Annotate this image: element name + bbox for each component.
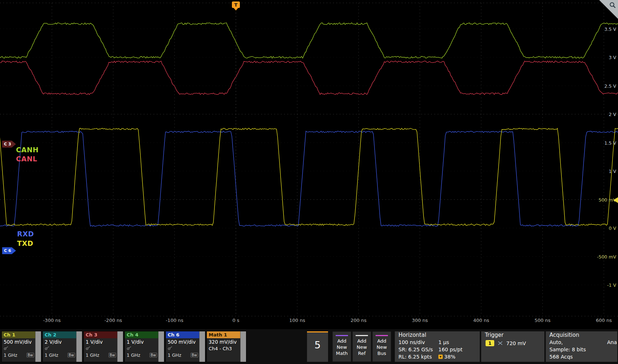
trace-rxd — [0, 131, 618, 226]
button-label: Ref — [358, 351, 365, 356]
channel-badge-ch3[interactable]: Ch 3 1 V/div 1 GHz Bw — [83, 331, 123, 362]
waveform-count-box[interactable]: 5 — [307, 331, 328, 362]
acquisition-clipped-text: Ana — [607, 339, 617, 346]
acquisition-sample: Sample: 8 bits — [549, 347, 586, 352]
badge-grip[interactable] — [117, 331, 123, 362]
channel-badge-ch6[interactable]: Ch 6 500 mV/div 1 GHz Bw — [165, 331, 205, 362]
bandwidth-limit-icon: Bw — [109, 353, 116, 357]
y-tick-label: 1 V — [609, 169, 616, 174]
channel-bandwidth: 1 GHz — [127, 352, 140, 358]
accent-line — [307, 331, 328, 332]
y-tick-label: -1 V — [607, 282, 616, 288]
horizontal-window: 1 µs — [438, 339, 449, 346]
x-tick-label: 600 ns — [596, 318, 612, 323]
horizontal-title: Horizontal — [395, 331, 480, 339]
button-label: New — [337, 344, 347, 350]
x-tick-label: -100 ns — [166, 318, 184, 323]
badge-grip[interactable] — [199, 331, 205, 362]
add-new-math-button[interactable]: Add New Math — [332, 331, 351, 362]
horizontal-scale: 100 ns/div — [398, 339, 425, 345]
acquisition-count: 568 Acqs — [549, 354, 573, 360]
waveform-canvas — [0, 0, 618, 329]
accent-line — [336, 335, 348, 336]
x-tick-label: 500 ns — [535, 318, 551, 323]
channel-badge-ch2[interactable]: Ch 2 2 V/div 1 GHz Bw — [42, 331, 82, 362]
y-tick-label: 2.5 V — [605, 83, 616, 89]
badge-grip[interactable] — [35, 331, 41, 362]
button-label: New — [357, 344, 367, 350]
horizontal-panel[interactable]: Horizontal 100 ns/div 1 µs SR: 6.25 GS/s… — [395, 331, 480, 362]
oscilloscope-screen: 3.5 V3 V2.5 V2 V1.5 V1 V500 mV0 V-500 mV… — [0, 0, 618, 364]
x-tick-label: -200 ns — [105, 318, 122, 323]
trigger-level-arrow[interactable] — [613, 197, 618, 203]
badge-grip[interactable] — [240, 331, 246, 362]
add-new-bus-button[interactable]: Add New Bus — [372, 331, 391, 362]
horizontal-position-percent: 38% — [444, 353, 455, 360]
record-length: RL: 6.25 kpts — [398, 354, 432, 360]
button-label: Bus — [377, 351, 386, 356]
button-label: Add — [377, 338, 386, 344]
acquisition-mode: Auto, — [549, 339, 563, 345]
button-label: Add — [337, 338, 346, 344]
x-tick-label: 0 s — [232, 318, 239, 323]
bandwidth-limit-icon: Bw — [191, 353, 198, 357]
trigger-title: Trigger — [481, 331, 544, 339]
button-label: Math — [336, 351, 348, 356]
channel-bandwidth: 1 GHz — [168, 352, 181, 358]
y-tick-label: 1.5 V — [605, 140, 616, 146]
channel-bandwidth: 1 GHz — [4, 352, 17, 358]
y-tick-label: 3 V — [609, 55, 616, 60]
y-tick-label: -500 mV — [597, 254, 616, 260]
bandwidth-limit-icon: Bw — [26, 353, 34, 357]
button-label: Add — [357, 338, 366, 344]
channel-bandwidth: 1 GHz — [86, 352, 99, 358]
y-tick-label: 2 V — [609, 112, 616, 117]
trigger-level-value: 720 mV — [506, 340, 526, 346]
position-indicator-icon — [438, 355, 443, 359]
accent-line — [376, 335, 388, 336]
math-badge[interactable]: Math 1 320 mV/div Ch4 - Ch3 — [206, 331, 246, 362]
channel-badge-ch4[interactable]: Ch 4 1 V/div 1 GHz Bw — [124, 331, 164, 362]
badge-grip[interactable] — [158, 331, 164, 362]
x-tick-label: 200 ns — [351, 318, 367, 323]
magnifier-icon — [609, 2, 616, 9]
accent-line — [356, 335, 368, 336]
signal-label-rxd: RXD — [17, 230, 34, 238]
trigger-source-badge[interactable]: 1 — [486, 340, 494, 346]
button-label: New — [377, 344, 387, 350]
waveform-display[interactable]: 3.5 V3 V2.5 V2 V1.5 V1 V500 mV0 V-500 mV… — [0, 0, 618, 329]
acquisition-panel[interactable]: Acquisition Auto, Ana Sample: 8 bits 568… — [546, 331, 617, 362]
bandwidth-limit-icon: Bw — [150, 353, 157, 357]
acquisition-title: Acquisition — [546, 331, 617, 339]
trigger-position-arrow-icon — [234, 8, 238, 11]
bandwidth-limit-icon: Bw — [67, 353, 75, 357]
edge-trigger-icon — [498, 341, 503, 346]
trace-canl — [0, 61, 618, 95]
y-tick-label: 3.5 V — [605, 26, 616, 32]
signal-label-canl: CANL — [16, 155, 37, 163]
x-tick-label: 400 ns — [473, 318, 489, 323]
trigger-panel[interactable]: Trigger 1 720 mV — [481, 331, 544, 362]
waveform-count-value: 5 — [307, 339, 328, 351]
channel-badge-ch1[interactable]: Ch 1 500 mV/div 1 GHz Bw — [1, 331, 41, 362]
x-tick-label: 100 ns — [289, 318, 305, 323]
control-bar: Ch 1 500 mV/div 1 GHz Bw Ch 2 2 V/div 1 … — [0, 329, 618, 364]
signal-label-txd: TXD — [17, 239, 33, 247]
trace-txd — [0, 128, 618, 226]
channel-bandwidth: 1 GHz — [45, 352, 58, 358]
signal-label-canh: CANH — [16, 146, 38, 154]
trigger-position-marker[interactable]: T — [232, 1, 240, 8]
sample-rate: SR: 6.25 GS/s — [398, 347, 433, 352]
y-tick-label: 0 V — [609, 226, 616, 231]
x-tick-label: -300 ns — [43, 318, 61, 323]
add-new-ref-button[interactable]: Add New Ref — [352, 331, 371, 362]
trace-canh — [0, 23, 618, 58]
badge-grip[interactable] — [76, 331, 82, 362]
x-tick-label: 300 ns — [412, 318, 428, 323]
resolution: 160 ps/pt — [438, 346, 462, 353]
trigger-flag-label: T — [234, 2, 238, 8]
